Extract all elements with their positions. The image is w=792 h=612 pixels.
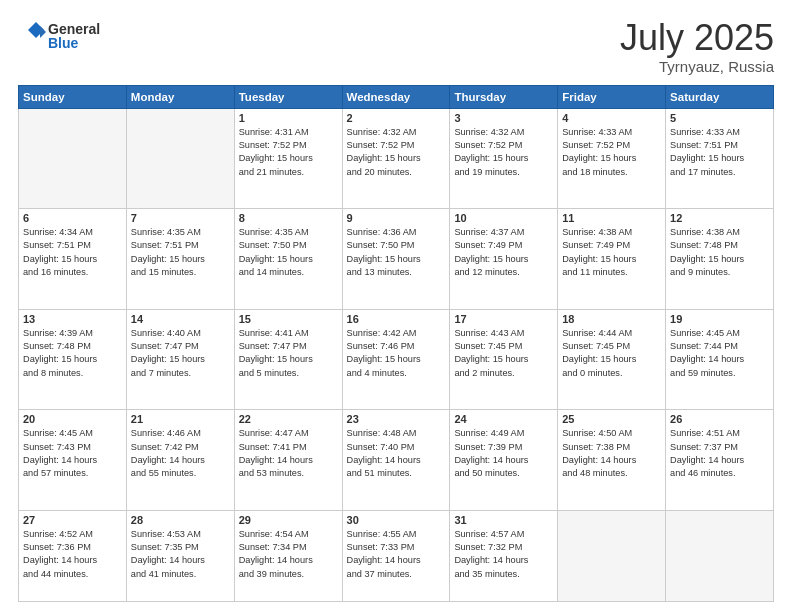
svg-marker-3 <box>40 26 46 38</box>
calendar-cell: 3Sunrise: 4:32 AM Sunset: 7:52 PM Daylig… <box>450 108 558 209</box>
day-number: 31 <box>454 514 553 526</box>
calendar-cell: 21Sunrise: 4:46 AM Sunset: 7:42 PM Dayli… <box>126 410 234 511</box>
day-info: Sunrise: 4:33 AM Sunset: 7:52 PM Dayligh… <box>562 126 661 179</box>
day-info: Sunrise: 4:45 AM Sunset: 7:44 PM Dayligh… <box>670 327 769 380</box>
calendar-cell: 23Sunrise: 4:48 AM Sunset: 7:40 PM Dayli… <box>342 410 450 511</box>
day-info: Sunrise: 4:37 AM Sunset: 7:49 PM Dayligh… <box>454 226 553 279</box>
day-number: 16 <box>347 313 446 325</box>
calendar-cell: 13Sunrise: 4:39 AM Sunset: 7:48 PM Dayli… <box>19 309 127 410</box>
calendar-cell: 27Sunrise: 4:52 AM Sunset: 7:36 PM Dayli… <box>19 510 127 601</box>
day-number: 19 <box>670 313 769 325</box>
day-number: 21 <box>131 413 230 425</box>
title-month: July 2025 <box>620 18 774 58</box>
day-info: Sunrise: 4:32 AM Sunset: 7:52 PM Dayligh… <box>347 126 446 179</box>
day-number: 29 <box>239 514 338 526</box>
calendar-cell: 11Sunrise: 4:38 AM Sunset: 7:49 PM Dayli… <box>558 209 666 310</box>
calendar-cell: 15Sunrise: 4:41 AM Sunset: 7:47 PM Dayli… <box>234 309 342 410</box>
day-number: 18 <box>562 313 661 325</box>
day-info: Sunrise: 4:40 AM Sunset: 7:47 PM Dayligh… <box>131 327 230 380</box>
title-block: July 2025 Tyrnyauz, Russia <box>620 18 774 75</box>
col-saturday: Saturday <box>666 85 774 108</box>
calendar-cell: 7Sunrise: 4:35 AM Sunset: 7:51 PM Daylig… <box>126 209 234 310</box>
calendar-cell: 28Sunrise: 4:53 AM Sunset: 7:35 PM Dayli… <box>126 510 234 601</box>
logo: General Blue <box>18 18 108 54</box>
col-wednesday: Wednesday <box>342 85 450 108</box>
day-number: 4 <box>562 112 661 124</box>
day-info: Sunrise: 4:47 AM Sunset: 7:41 PM Dayligh… <box>239 427 338 480</box>
calendar-cell: 20Sunrise: 4:45 AM Sunset: 7:43 PM Dayli… <box>19 410 127 511</box>
calendar-cell: 26Sunrise: 4:51 AM Sunset: 7:37 PM Dayli… <box>666 410 774 511</box>
day-number: 28 <box>131 514 230 526</box>
day-info: Sunrise: 4:54 AM Sunset: 7:34 PM Dayligh… <box>239 528 338 581</box>
day-number: 30 <box>347 514 446 526</box>
calendar-week-1: 1Sunrise: 4:31 AM Sunset: 7:52 PM Daylig… <box>19 108 774 209</box>
day-info: Sunrise: 4:36 AM Sunset: 7:50 PM Dayligh… <box>347 226 446 279</box>
day-number: 12 <box>670 212 769 224</box>
calendar-cell: 14Sunrise: 4:40 AM Sunset: 7:47 PM Dayli… <box>126 309 234 410</box>
day-number: 5 <box>670 112 769 124</box>
calendar-cell: 18Sunrise: 4:44 AM Sunset: 7:45 PM Dayli… <box>558 309 666 410</box>
calendar-cell <box>666 510 774 601</box>
calendar-cell: 2Sunrise: 4:32 AM Sunset: 7:52 PM Daylig… <box>342 108 450 209</box>
day-info: Sunrise: 4:38 AM Sunset: 7:49 PM Dayligh… <box>562 226 661 279</box>
calendar-cell <box>19 108 127 209</box>
day-info: Sunrise: 4:44 AM Sunset: 7:45 PM Dayligh… <box>562 327 661 380</box>
page: General Blue July 2025 Tyrnyauz, Russia … <box>0 0 792 612</box>
header: General Blue July 2025 Tyrnyauz, Russia <box>18 18 774 75</box>
day-info: Sunrise: 4:31 AM Sunset: 7:52 PM Dayligh… <box>239 126 338 179</box>
day-number: 27 <box>23 514 122 526</box>
col-tuesday: Tuesday <box>234 85 342 108</box>
day-number: 25 <box>562 413 661 425</box>
day-number: 9 <box>347 212 446 224</box>
day-number: 22 <box>239 413 338 425</box>
calendar-cell: 24Sunrise: 4:49 AM Sunset: 7:39 PM Dayli… <box>450 410 558 511</box>
logo-svg: General Blue <box>18 18 108 54</box>
calendar-cell: 12Sunrise: 4:38 AM Sunset: 7:48 PM Dayli… <box>666 209 774 310</box>
svg-text:Blue: Blue <box>48 35 79 51</box>
calendar-week-2: 6Sunrise: 4:34 AM Sunset: 7:51 PM Daylig… <box>19 209 774 310</box>
day-number: 2 <box>347 112 446 124</box>
day-info: Sunrise: 4:43 AM Sunset: 7:45 PM Dayligh… <box>454 327 553 380</box>
day-info: Sunrise: 4:41 AM Sunset: 7:47 PM Dayligh… <box>239 327 338 380</box>
calendar-cell: 5Sunrise: 4:33 AM Sunset: 7:51 PM Daylig… <box>666 108 774 209</box>
calendar-table: Sunday Monday Tuesday Wednesday Thursday… <box>18 85 774 602</box>
calendar-cell <box>558 510 666 601</box>
calendar-week-3: 13Sunrise: 4:39 AM Sunset: 7:48 PM Dayli… <box>19 309 774 410</box>
day-number: 1 <box>239 112 338 124</box>
day-info: Sunrise: 4:32 AM Sunset: 7:52 PM Dayligh… <box>454 126 553 179</box>
calendar-cell: 19Sunrise: 4:45 AM Sunset: 7:44 PM Dayli… <box>666 309 774 410</box>
calendar-cell: 9Sunrise: 4:36 AM Sunset: 7:50 PM Daylig… <box>342 209 450 310</box>
day-info: Sunrise: 4:39 AM Sunset: 7:48 PM Dayligh… <box>23 327 122 380</box>
day-number: 13 <box>23 313 122 325</box>
day-info: Sunrise: 4:53 AM Sunset: 7:35 PM Dayligh… <box>131 528 230 581</box>
calendar-cell: 16Sunrise: 4:42 AM Sunset: 7:46 PM Dayli… <box>342 309 450 410</box>
calendar-cell: 1Sunrise: 4:31 AM Sunset: 7:52 PM Daylig… <box>234 108 342 209</box>
col-friday: Friday <box>558 85 666 108</box>
day-number: 3 <box>454 112 553 124</box>
calendar-week-4: 20Sunrise: 4:45 AM Sunset: 7:43 PM Dayli… <box>19 410 774 511</box>
calendar-cell: 29Sunrise: 4:54 AM Sunset: 7:34 PM Dayli… <box>234 510 342 601</box>
day-info: Sunrise: 4:45 AM Sunset: 7:43 PM Dayligh… <box>23 427 122 480</box>
day-number: 6 <box>23 212 122 224</box>
title-location: Tyrnyauz, Russia <box>620 58 774 75</box>
day-number: 20 <box>23 413 122 425</box>
day-number: 24 <box>454 413 553 425</box>
day-info: Sunrise: 4:57 AM Sunset: 7:32 PM Dayligh… <box>454 528 553 581</box>
calendar-header-row: Sunday Monday Tuesday Wednesday Thursday… <box>19 85 774 108</box>
calendar-cell: 31Sunrise: 4:57 AM Sunset: 7:32 PM Dayli… <box>450 510 558 601</box>
calendar-cell: 30Sunrise: 4:55 AM Sunset: 7:33 PM Dayli… <box>342 510 450 601</box>
day-number: 14 <box>131 313 230 325</box>
calendar-cell: 8Sunrise: 4:35 AM Sunset: 7:50 PM Daylig… <box>234 209 342 310</box>
calendar-cell: 6Sunrise: 4:34 AM Sunset: 7:51 PM Daylig… <box>19 209 127 310</box>
day-info: Sunrise: 4:34 AM Sunset: 7:51 PM Dayligh… <box>23 226 122 279</box>
day-number: 10 <box>454 212 553 224</box>
day-info: Sunrise: 4:49 AM Sunset: 7:39 PM Dayligh… <box>454 427 553 480</box>
day-number: 26 <box>670 413 769 425</box>
day-info: Sunrise: 4:51 AM Sunset: 7:37 PM Dayligh… <box>670 427 769 480</box>
calendar-cell: 22Sunrise: 4:47 AM Sunset: 7:41 PM Dayli… <box>234 410 342 511</box>
day-info: Sunrise: 4:35 AM Sunset: 7:50 PM Dayligh… <box>239 226 338 279</box>
day-info: Sunrise: 4:35 AM Sunset: 7:51 PM Dayligh… <box>131 226 230 279</box>
day-number: 15 <box>239 313 338 325</box>
day-info: Sunrise: 4:38 AM Sunset: 7:48 PM Dayligh… <box>670 226 769 279</box>
calendar-cell <box>126 108 234 209</box>
